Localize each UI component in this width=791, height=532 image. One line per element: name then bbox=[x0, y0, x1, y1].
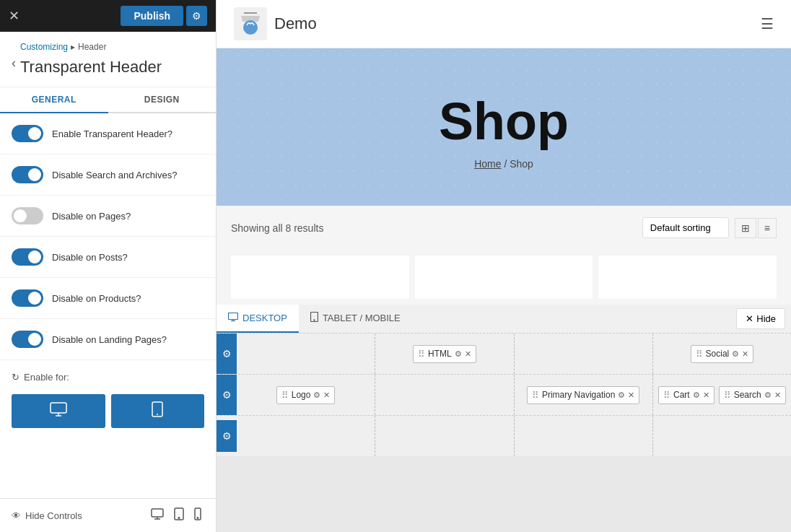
toggle-disable-products: Disable on Products? bbox=[0, 278, 216, 319]
enable-for-label: Enable for: bbox=[24, 372, 69, 383]
breadcrumb-child: Header bbox=[78, 42, 106, 52]
builder-row-3-cols bbox=[237, 416, 791, 456]
footer-mobile-button[interactable] bbox=[191, 506, 204, 525]
product-card-1 bbox=[231, 256, 409, 299]
toggle-disable-search: Disable Search and Archives? bbox=[0, 154, 216, 196]
toggle-switch-2[interactable] bbox=[12, 207, 43, 224]
svg-point-4 bbox=[157, 414, 158, 415]
cart-widget-label: Cart bbox=[673, 390, 690, 400]
primary-nav-widget[interactable]: ⠿ Primary Navigation ⚙ ✕ bbox=[527, 386, 639, 404]
builder-col-1-3 bbox=[514, 333, 652, 374]
back-button[interactable]: ‹ bbox=[12, 56, 16, 69]
builder-row-3: ⚙ bbox=[217, 415, 791, 456]
settings-button[interactable]: ⚙ bbox=[186, 6, 207, 26]
cart-widget[interactable]: ⠿ Cart ⚙ ✕ bbox=[658, 386, 714, 404]
desktop-device-button[interactable] bbox=[12, 394, 105, 428]
builder-row-2-cols: ⠿ Logo ⚙ ✕ ⠿ Primary Navigation ⚙ ✕ bbox=[237, 375, 791, 415]
tab-general[interactable]: GENERAL bbox=[0, 87, 108, 113]
drag-handle-icon: ⠿ bbox=[418, 349, 425, 359]
sort-select[interactable]: Default sorting bbox=[642, 217, 729, 238]
social-gear-icon[interactable]: ⚙ bbox=[732, 349, 739, 359]
row-2-settings-button[interactable]: ⚙ bbox=[217, 375, 237, 415]
toggle-label-5: Disable on Landing Pages? bbox=[52, 334, 167, 345]
builder-col-1-2: ⠿ HTML ⚙ ✕ bbox=[375, 333, 513, 374]
builder-col-3-3 bbox=[514, 416, 652, 456]
list-view-button[interactable]: ≡ bbox=[758, 218, 777, 238]
toggle-switch-3[interactable] bbox=[12, 248, 43, 266]
results-count: Showing all 8 results bbox=[231, 222, 323, 234]
drag-handle-icon: ⠿ bbox=[663, 390, 670, 401]
cart-close-icon[interactable]: ✕ bbox=[703, 391, 709, 400]
cart-gear-icon[interactable]: ⚙ bbox=[693, 391, 700, 400]
logo-gear-icon[interactable]: ⚙ bbox=[313, 391, 320, 400]
tab-row: GENERAL DESIGN bbox=[0, 87, 216, 113]
hide-button[interactable]: ✕ Hide bbox=[736, 308, 785, 329]
search-widget[interactable]: ⠿ Search ⚙ ✕ bbox=[719, 386, 786, 404]
builder-col-2-3: ⠿ Primary Navigation ⚙ ✕ bbox=[514, 375, 652, 415]
toggle-switch-4[interactable] bbox=[12, 289, 43, 307]
nav-gear-icon[interactable]: ⚙ bbox=[618, 391, 625, 400]
shop-toolbar: Showing all 8 results Default sorting ⊞ … bbox=[231, 217, 777, 238]
social-widget[interactable]: ⠿ Social ⚙ ✕ bbox=[691, 345, 754, 363]
footer-device-icons bbox=[148, 506, 204, 525]
hero-title: Shop bbox=[231, 92, 777, 151]
top-bar: ✕ Publish ⚙ bbox=[0, 0, 216, 32]
toggle-label-2: Disable on Pages? bbox=[52, 211, 131, 222]
html-widget[interactable]: ⠿ HTML ⚙ ✕ bbox=[413, 345, 476, 363]
sorting-area: Default sorting ⊞ ≡ bbox=[642, 217, 777, 238]
builder-col-1-1 bbox=[237, 333, 375, 374]
builder-row-2: ⚙ ⠿ Logo ⚙ ✕ ⠿ Primary Navigation ⚙ bbox=[217, 374, 791, 415]
drag-handle-icon: ⠿ bbox=[696, 349, 703, 359]
nav-close-icon[interactable]: ✕ bbox=[628, 391, 634, 400]
drag-handle-icon: ⠿ bbox=[281, 390, 289, 401]
toggle-switch-5[interactable] bbox=[12, 331, 43, 348]
toggle-disable-pages: Disable on Pages? bbox=[0, 196, 216, 237]
hide-icon: ✕ bbox=[746, 313, 753, 324]
row-1-settings-button[interactable]: ⚙ bbox=[217, 333, 237, 374]
row-3-settings-button[interactable]: ⚙ bbox=[217, 420, 237, 452]
builder-tab-desktop[interactable]: DESKTOP bbox=[217, 305, 299, 333]
toggle-switch-1[interactable] bbox=[12, 166, 43, 183]
enable-for-section: ↻ Enable for: bbox=[0, 360, 216, 388]
builder-tab-tablet[interactable]: TABLET / MOBILE bbox=[299, 305, 412, 333]
device-buttons bbox=[0, 388, 216, 440]
toggle-switch-0[interactable] bbox=[12, 125, 43, 142]
grid-view-button[interactable]: ⊞ bbox=[735, 218, 756, 238]
logo-widget-label: Logo bbox=[292, 390, 311, 400]
hero-section: Shop Home / Shop bbox=[217, 48, 791, 206]
publish-area: Publish ⚙ bbox=[121, 6, 207, 26]
breadcrumb-parent[interactable]: Customizing bbox=[20, 42, 68, 52]
hide-controls-button[interactable]: 👁 Hide Controls bbox=[12, 510, 82, 521]
footer-tablet-button[interactable] bbox=[171, 506, 187, 525]
footer-desktop-button[interactable] bbox=[148, 506, 167, 525]
svg-rect-0 bbox=[51, 403, 66, 413]
publish-button[interactable]: Publish bbox=[121, 6, 183, 26]
social-widget-label: Social bbox=[706, 349, 730, 359]
logo-svg bbox=[234, 7, 267, 40]
social-close-icon[interactable]: ✕ bbox=[742, 349, 748, 359]
logo-close-icon[interactable]: ✕ bbox=[323, 391, 330, 400]
svg-point-9 bbox=[178, 518, 180, 519]
breadcrumb-home-link[interactable]: Home bbox=[474, 158, 501, 170]
products-preview bbox=[217, 250, 791, 305]
logo-widget[interactable]: ⠿ Logo ⚙ ✕ bbox=[276, 386, 336, 404]
search-widget-label: Search bbox=[734, 390, 761, 400]
html-close-icon[interactable]: ✕ bbox=[465, 349, 471, 359]
svg-point-11 bbox=[197, 518, 198, 518]
tab-design[interactable]: DESIGN bbox=[108, 87, 217, 113]
hamburger-button[interactable]: ☰ bbox=[761, 15, 774, 32]
html-gear-icon[interactable]: ⚙ bbox=[455, 349, 462, 359]
hide-label: Hide bbox=[756, 313, 776, 324]
close-button[interactable]: ✕ bbox=[9, 9, 19, 22]
breadcrumb: Customizing ▸ Header bbox=[20, 42, 162, 52]
search-close-icon[interactable]: ✕ bbox=[774, 391, 781, 400]
desktop-tab-label: DESKTOP bbox=[242, 313, 287, 323]
primary-nav-label: Primary Navigation bbox=[542, 390, 615, 400]
builder-row-1: ⚙ ⠿ HTML ⚙ ✕ ⠿ Social ⚙ bbox=[217, 333, 791, 374]
breadcrumb-current: Shop bbox=[510, 158, 533, 170]
svg-rect-14 bbox=[229, 313, 238, 320]
drag-handle-icon: ⠿ bbox=[724, 390, 731, 401]
search-gear-icon[interactable]: ⚙ bbox=[764, 391, 772, 400]
mobile-device-button[interactable] bbox=[111, 394, 205, 428]
toggle-label-0: Enable Transparent Header? bbox=[52, 128, 172, 139]
